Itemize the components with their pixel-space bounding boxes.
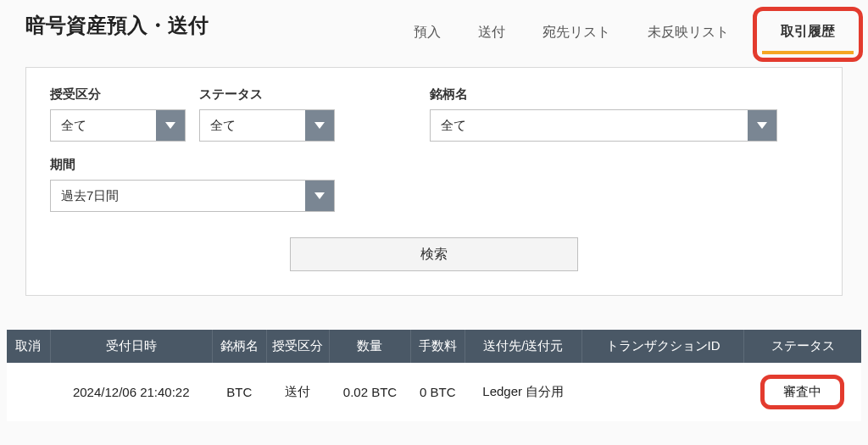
page-title: 暗号資産預入・送付 — [5, 7, 293, 39]
cell-datetime: 2024/12/06 21:40:22 — [50, 363, 212, 421]
results-table-wrap: 取消 受付日時 銘柄名 授受区分 数量 手数料 送付先/送付元 トランザクション… — [7, 330, 861, 421]
th-symbol: 銘柄名 — [212, 330, 266, 363]
select-symbol[interactable]: 全て — [430, 109, 777, 142]
chevron-down-icon — [748, 110, 776, 141]
th-datetime: 受付日時 — [50, 330, 212, 363]
tab-address-list[interactable]: 宛先リスト — [524, 14, 629, 55]
th-cancel: 取消 — [7, 330, 50, 363]
th-quantity: 数量 — [330, 330, 411, 363]
tab-unreflected[interactable]: 未反映リスト — [629, 14, 748, 55]
cell-side: 送付 — [266, 363, 329, 421]
status-text: 審査中 — [783, 384, 821, 398]
cell-symbol: BTC — [212, 363, 266, 421]
table-row[interactable]: 2024/12/06 21:40:22 BTC 送付 0.02 BTC 0 BT… — [7, 363, 861, 421]
select-period[interactable]: 過去7日間 — [50, 180, 335, 212]
chevron-down-icon — [305, 181, 334, 211]
cell-cancel — [7, 363, 50, 421]
th-fee: 手数料 — [410, 330, 465, 363]
chevron-down-icon — [305, 110, 334, 141]
cell-destination: Ledger 自分用 — [465, 363, 581, 421]
tab-deposit[interactable]: 預入 — [395, 14, 459, 55]
svg-marker-3 — [314, 192, 325, 199]
svg-marker-0 — [165, 122, 175, 129]
chevron-down-icon — [156, 110, 185, 141]
label-period: 期間 — [50, 157, 335, 173]
select-side-value: 全て — [51, 110, 156, 141]
filter-panel: 授受区分 全て ステータス 全て 銘柄名 全て — [25, 67, 843, 296]
cell-status: 審査中 — [744, 363, 861, 421]
label-status: ステータス — [199, 86, 335, 103]
th-txid: トランザクションID — [581, 330, 743, 363]
th-destination: 送付先/送付元 — [465, 330, 581, 363]
cell-quantity: 0.02 BTC — [330, 363, 411, 421]
label-side: 授受区分 — [50, 86, 186, 103]
highlight-status-badge: 審査中 — [760, 375, 844, 409]
th-side: 授受区分 — [266, 330, 329, 363]
svg-marker-1 — [314, 122, 325, 129]
tab-send[interactable]: 送付 — [459, 14, 524, 55]
th-status: ステータス — [744, 330, 861, 363]
select-status[interactable]: 全て — [199, 109, 335, 142]
select-period-value: 過去7日間 — [51, 181, 305, 211]
select-side[interactable]: 全て — [50, 109, 186, 142]
tab-bar: 預入 送付 宛先リスト 未反映リスト 取引履歴 — [293, 7, 863, 62]
select-status-value: 全て — [200, 110, 305, 141]
label-symbol: 銘柄名 — [430, 86, 777, 103]
highlight-history-tab: 取引履歴 — [753, 7, 863, 62]
tab-history[interactable]: 取引履歴 — [762, 13, 854, 54]
cell-fee: 0 BTC — [410, 363, 465, 421]
svg-marker-2 — [757, 122, 767, 129]
cell-txid — [581, 363, 743, 421]
table-header-row: 取消 受付日時 銘柄名 授受区分 数量 手数料 送付先/送付元 トランザクション… — [7, 330, 861, 363]
select-symbol-value: 全て — [431, 110, 748, 141]
search-button[interactable]: 検索 — [290, 237, 578, 271]
